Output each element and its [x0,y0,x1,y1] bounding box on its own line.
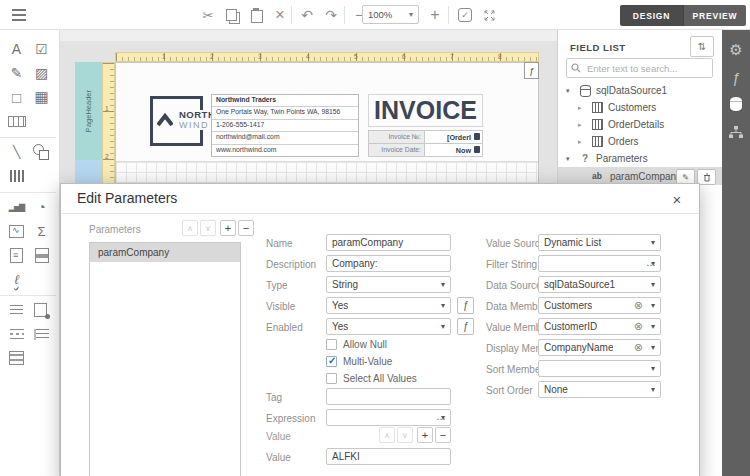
table-of-contents-tool-icon[interactable] [29,322,54,346]
line-tool-icon[interactable] [4,140,29,164]
expression-smart-tag-icon[interactable] [524,62,539,79]
undo-icon[interactable] [296,4,318,26]
delete-icon[interactable] [269,4,291,26]
chevron-down-icon[interactable] [566,155,570,163]
tree-item-customers[interactable]: Customers [558,99,722,116]
chevron-right-icon[interactable] [578,104,582,112]
move-up-button[interactable] [182,220,198,236]
expressions-icon[interactable] [722,66,750,90]
move-down-button[interactable] [200,220,216,236]
clear-icon[interactable] [634,299,643,312]
invoice-title-label[interactable]: INVOICE [368,94,483,127]
company-email[interactable]: northwind@mail.com [212,132,358,144]
value-member-select[interactable]: CustomerID [538,318,661,335]
expression-field[interactable] [326,409,451,426]
chart-tool-icon[interactable] [4,195,29,219]
close-icon[interactable] [667,189,687,209]
ellipsis-icon[interactable] [436,411,446,422]
filter-string-field[interactable] [538,255,661,272]
company-name[interactable]: Northwind Traders [212,95,358,107]
parameter-list-item[interactable]: paramCompany [90,243,240,262]
field-list-icon[interactable] [722,92,750,116]
company-logo[interactable]: NORTH WIND [150,96,203,146]
field-list-order-button[interactable] [690,36,714,57]
preview-button[interactable]: PREVIEW [683,5,746,26]
description-field[interactable] [326,255,451,272]
label-tool-icon[interactable] [4,37,29,61]
page-info-tool-icon[interactable] [29,298,54,322]
summary-tool-icon[interactable] [29,219,54,243]
ellipsis-icon[interactable] [646,257,656,268]
table-tool-icon[interactable] [29,85,54,109]
panel-tool-icon[interactable] [4,85,29,109]
company-website[interactable]: www.northwind.com [212,145,358,156]
invoice-date-value[interactable]: Now [425,144,482,156]
invoice-date-label[interactable]: Invoice Date: [369,144,425,156]
multi-value-checkbox[interactable]: Multi-Value [326,356,392,367]
invoice-number-label[interactable]: Invoice №: [369,131,425,143]
data-member-select[interactable]: Customers [538,297,661,314]
cross-band-box-tool-icon[interactable] [4,346,29,370]
company-address[interactable]: One Portals Way, Twin Points WA, 98156 [212,107,358,119]
menu-icon[interactable] [8,4,30,26]
value-field[interactable] [326,448,451,465]
signature-tool-icon[interactable] [4,267,29,291]
clear-icon[interactable] [634,341,643,354]
tag-field[interactable] [326,388,451,405]
company-info-table[interactable]: Northwind Traders One Portals Way, Twin … [211,94,359,157]
value-source-select[interactable]: Dynamic List [538,234,661,251]
sparkline-tool-icon[interactable] [4,219,29,243]
redo-icon[interactable] [320,4,342,26]
pdf-content-tool-icon[interactable] [29,243,54,267]
select-all-values-checkbox[interactable]: Select All Values [326,373,417,384]
paste-icon[interactable] [245,4,267,26]
zoom-select[interactable]: 100% ▾ [362,5,419,24]
data-source-select[interactable]: sqlDataSource1 [538,276,661,293]
type-select[interactable]: String [326,276,451,293]
sort-member-select[interactable] [538,360,661,377]
design-button[interactable]: DESIGN [620,5,683,26]
enabled-expression-button[interactable] [457,318,474,335]
allow-null-checkbox[interactable]: Allow Null [326,339,387,350]
display-member-select[interactable]: CompanyName [538,339,661,356]
invoice-number-value[interactable]: [OrderI [425,131,482,143]
enabled-select[interactable]: Yes [326,318,451,335]
tree-item-orders[interactable]: Orders [558,133,722,150]
report-explorer-icon[interactable] [722,120,750,144]
copy-icon[interactable] [221,4,243,26]
page-header-band[interactable]: PageHeader [75,62,102,160]
clear-icon[interactable] [634,320,643,333]
gauge-tool-icon[interactable] [29,195,54,219]
zoom-in-icon[interactable] [424,4,446,26]
validate-icon[interactable] [454,4,476,26]
value-add-button[interactable] [417,427,433,443]
fullscreen-icon[interactable] [478,4,500,26]
rich-text-tool-icon[interactable] [4,61,29,85]
picture-box-tool-icon[interactable] [29,61,54,85]
tree-item-datasource[interactable]: sqlDataSource1 [558,82,722,99]
barcode-tool-icon[interactable] [4,164,29,188]
character-comb-tool-icon[interactable] [4,109,29,133]
subreport-tool-icon[interactable] [4,298,29,322]
add-parameter-button[interactable] [220,220,236,236]
page-document-tool-icon[interactable] [4,243,29,267]
search-input[interactable] [585,62,708,75]
sort-order-select[interactable]: None [538,381,661,398]
visible-select[interactable]: Yes [326,297,451,314]
page-break-tool-icon[interactable] [4,322,29,346]
chevron-right-icon[interactable] [578,121,582,129]
tree-item-parameters[interactable]: ? Parameters [558,150,722,167]
remove-parameter-button[interactable] [238,220,254,236]
company-phone[interactable]: 1-206-555-1417 [212,120,358,132]
tree-item-orderdetails[interactable]: OrderDetails [558,116,722,133]
visible-expression-button[interactable] [457,297,474,314]
value-remove-button[interactable] [435,427,451,443]
chevron-right-icon[interactable] [578,138,582,146]
cut-icon[interactable] [197,4,219,26]
invoice-fields-table[interactable]: Invoice №: [OrderI Invoice Date: Now [368,130,483,157]
settings-icon[interactable] [722,38,750,62]
value-move-down-button[interactable] [397,427,413,443]
name-field[interactable] [326,234,451,251]
check-box-tool-icon[interactable] [29,37,54,61]
chevron-down-icon[interactable] [566,87,570,95]
